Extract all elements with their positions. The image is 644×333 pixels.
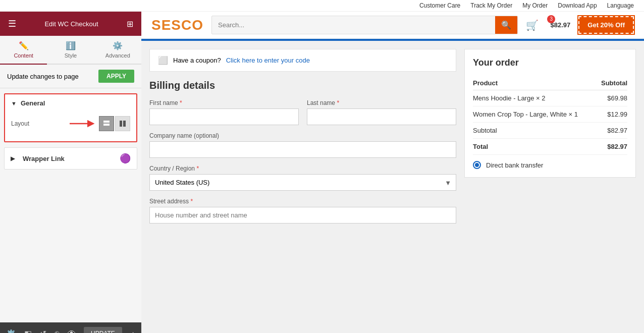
arrow-svg [69,119,96,129]
history-icon[interactable]: ⎋ [55,329,60,333]
apply-area: Update changes to page APPLY [0,65,141,88]
style-tab-label: Style [65,52,77,59]
store-header: SESCO 🔍 🛒 3 $82.97 Get 20% Off [141,12,644,39]
search-input[interactable] [212,17,495,33]
settings-icon[interactable]: ⚙️ [6,329,16,334]
street-input[interactable] [149,207,456,224]
subtotal-label: Subtotal [473,123,597,139]
coupon-icon: ⬜ [158,56,168,65]
language-link[interactable]: Language [607,2,634,9]
top-bar: Customer Care Track My Order My Order Do… [0,0,644,12]
layout-single-col-button[interactable] [99,116,114,131]
item-2-name: Women Crop Top - Large, White × 1 [473,106,597,123]
style-tab-icon: ℹ️ [66,41,76,50]
country-select[interactable]: United States (US) [149,174,456,191]
item-1-name: Mens Hoodie - Large × 2 [473,90,597,106]
panel-title: Edit WC Checkout [16,20,127,28]
checkout-area: ⬜ Have a coupon? Click here to enter you… [141,41,644,333]
download-app-link[interactable]: Download App [558,2,597,9]
total-label: Total [473,139,597,155]
toolbar-chevron-icon[interactable]: ▲ [130,330,136,333]
payment-method-label: Direct bank transfer [486,161,543,169]
app-wrapper: ☰ Edit WC Checkout ⊞ ✏️ Content ℹ️ Style… [0,12,644,333]
wrapper-link-emoji: 🟣 [120,153,131,164]
apply-label: Update changes to page [7,73,79,80]
search-wrapper: 🔍 [211,16,518,34]
layout-row: Layout [11,116,130,131]
customer-care-link[interactable]: Customer Care [419,2,460,9]
layout-two-col-button[interactable] [115,116,130,131]
right-content: SESCO 🔍 🛒 3 $82.97 Get 20% Off ⬜ Have a … [141,12,644,333]
item-2-subtotal: $12.99 [597,106,627,123]
panel-content: ▼ General Layout [0,88,141,322]
checkout-left: ⬜ Have a coupon? Click here to enter you… [149,49,456,333]
eye-icon[interactable]: 👁 [68,329,76,333]
wrapper-link-left: ▶ Wrapper Link [11,155,65,162]
grid-icon[interactable]: ⊞ [127,19,133,29]
first-name-label: First name * [149,99,299,106]
last-name-label: Last name * [307,99,456,106]
tab-content[interactable]: ✏️ Content [0,36,47,65]
track-order-link[interactable]: Track My Order [470,2,512,9]
last-name-input[interactable] [307,108,456,125]
product-col-header: Product [473,76,597,90]
wrapper-link-title: Wrapper Link [23,155,65,162]
item-1-subtotal: $69.98 [597,90,627,106]
tab-advanced[interactable]: ⚙️ Advanced [94,36,141,65]
payment-radio[interactable] [473,161,481,169]
cart-area[interactable]: 🛒 3 $82.97 [526,19,571,31]
advanced-tab-label: Advanced [105,52,130,59]
order-summary: Your order Product Subtotal Mens Hoodie … [464,49,636,178]
company-group: Company name (optional) [149,132,456,158]
search-button[interactable]: 🔍 [495,16,517,34]
svg-rect-5 [123,121,126,127]
subtotal-col-header: Subtotal [597,76,627,90]
layout-arrow [69,119,99,129]
street-label: Street address * [149,198,456,205]
general-section-body: Layout [5,112,136,141]
promo-button[interactable]: Get 20% Off [578,16,634,34]
last-name-required: * [337,99,339,106]
layout-buttons [99,116,130,131]
table-row: Mens Hoodie - Large × 2 $69.98 [473,90,627,106]
store-logo: SESCO [151,17,203,33]
general-section-title: General [21,99,45,107]
apply-button[interactable]: APPLY [98,70,134,83]
wrapper-link-header[interactable]: ▶ Wrapper Link 🟣 [5,148,137,169]
country-label: Country / Region * [149,165,456,172]
order-table: Product Subtotal Mens Hoodie - Large × 2… [473,76,627,155]
country-group: Country / Region * United States (US) ▼ [149,165,456,191]
hamburger-icon[interactable]: ☰ [8,18,16,29]
payment-row: Direct bank transfer [473,161,627,169]
radio-inner [475,163,479,167]
general-section: ▼ General Layout [4,93,137,142]
table-row: Subtotal $82.97 [473,123,627,139]
two-col-icon [119,120,126,127]
wrapper-toggle-icon: ▶ [11,155,15,162]
undo-icon[interactable]: ↺ [40,329,46,334]
coupon-link[interactable]: Click here to enter your code [226,57,310,64]
country-select-wrapper: United States (US) ▼ [149,174,456,191]
first-name-required: * [180,99,182,106]
company-input[interactable] [149,141,456,158]
general-toggle-icon: ▼ [11,100,17,106]
first-name-input[interactable] [149,108,299,125]
left-panel: ☰ Edit WC Checkout ⊞ ✏️ Content ℹ️ Style… [0,12,141,333]
content-tab-label: Content [14,52,33,59]
layout-label: Layout [11,120,69,127]
checkout-right: Your order Product Subtotal Mens Hoodie … [464,49,636,333]
my-order-link[interactable]: My Order [522,2,548,9]
cart-icon: 🛒 [526,19,539,31]
tab-style[interactable]: ℹ️ Style [47,36,94,65]
general-section-header[interactable]: ▼ General [5,94,136,112]
panel-tabs: ✏️ Content ℹ️ Style ⚙️ Advanced [0,36,141,65]
bottom-toolbar: ⚙️ ◧ ↺ ⎋ 👁 UPDATE ▲ [0,322,141,333]
cart-badge: 3 [547,15,555,23]
coupon-notice: ⬜ Have a coupon? Click here to enter you… [149,49,456,72]
update-button[interactable]: UPDATE [84,327,122,333]
table-row: Women Crop Top - Large, White × 1 $12.99 [473,106,627,123]
street-required: * [190,198,193,205]
layers-icon[interactable]: ◧ [24,329,32,334]
svg-rect-3 [103,124,110,126]
coupon-text: Have a coupon? [173,57,221,64]
